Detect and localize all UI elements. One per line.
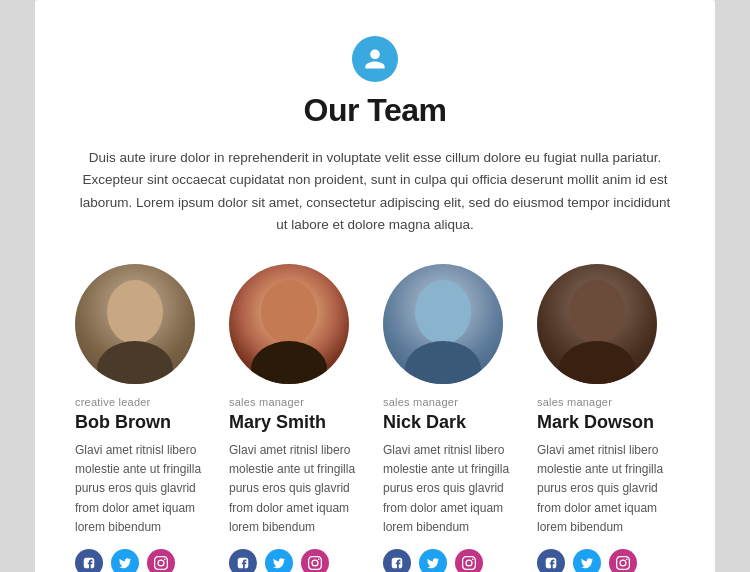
svg-point-7 [415, 280, 471, 344]
member-social-bob-brown [75, 549, 175, 572]
team-member-mary-smith: sales managerMary SmithGlavi amet ritnis… [229, 264, 367, 572]
member-photo-nick-dark [383, 264, 503, 384]
team-member-nick-dark: sales managerNick DarkGlavi amet ritnisl… [383, 264, 521, 572]
member-avatar-svg-nick-dark [383, 264, 503, 384]
twitter-icon[interactable] [265, 549, 293, 572]
member-name-bob-brown: Bob Brown [75, 412, 171, 433]
member-role-mary-smith: sales manager [229, 396, 304, 408]
member-bio-bob-brown: Glavi amet ritnisl libero molestie ante … [75, 441, 213, 537]
member-avatar-svg-mary-smith [229, 264, 349, 384]
facebook-icon[interactable] [537, 549, 565, 572]
member-bio-mark-dowson: Glavi amet ritnisl libero molestie ante … [537, 441, 675, 537]
member-photo-bob-brown [75, 264, 195, 384]
twitter-icon[interactable] [419, 549, 447, 572]
member-name-mark-dowson: Mark Dowson [537, 412, 654, 433]
member-role-bob-brown: creative leader [75, 396, 150, 408]
member-name-nick-dark: Nick Dark [383, 412, 466, 433]
member-bio-nick-dark: Glavi amet ritnisl libero molestie ante … [383, 441, 521, 537]
team-member-mark-dowson: sales managerMark DowsonGlavi amet ritni… [537, 264, 675, 572]
team-grid: creative leaderBob BrownGlavi amet ritni… [75, 264, 675, 572]
section-description: Duis aute irure dolor in reprehenderit i… [75, 147, 675, 236]
member-role-mark-dowson: sales manager [537, 396, 612, 408]
twitter-icon[interactable] [573, 549, 601, 572]
header-icon [352, 36, 398, 82]
team-member-bob-brown: creative leaderBob BrownGlavi amet ritni… [75, 264, 213, 572]
member-name-mary-smith: Mary Smith [229, 412, 326, 433]
instagram-icon[interactable] [455, 549, 483, 572]
member-avatar-svg-bob-brown [75, 264, 195, 384]
svg-point-4 [261, 280, 317, 344]
facebook-icon[interactable] [383, 549, 411, 572]
member-social-mark-dowson [537, 549, 637, 572]
instagram-icon[interactable] [147, 549, 175, 572]
member-photo-mary-smith [229, 264, 349, 384]
section-header: Our Team [75, 36, 675, 129]
instagram-icon[interactable] [609, 549, 637, 572]
member-avatar-svg-mark-dowson [537, 264, 657, 384]
member-role-nick-dark: sales manager [383, 396, 458, 408]
svg-point-10 [569, 280, 625, 344]
member-photo-mark-dowson [537, 264, 657, 384]
facebook-icon[interactable] [75, 549, 103, 572]
page-title: Our Team [304, 92, 447, 129]
member-social-nick-dark [383, 549, 483, 572]
member-bio-mary-smith: Glavi amet ritnisl libero molestie ante … [229, 441, 367, 537]
instagram-icon[interactable] [301, 549, 329, 572]
svg-point-1 [107, 280, 163, 344]
person-icon [363, 47, 387, 71]
twitter-icon[interactable] [111, 549, 139, 572]
facebook-icon[interactable] [229, 549, 257, 572]
member-social-mary-smith [229, 549, 329, 572]
team-section: Our Team Duis aute irure dolor in repreh… [35, 0, 715, 572]
